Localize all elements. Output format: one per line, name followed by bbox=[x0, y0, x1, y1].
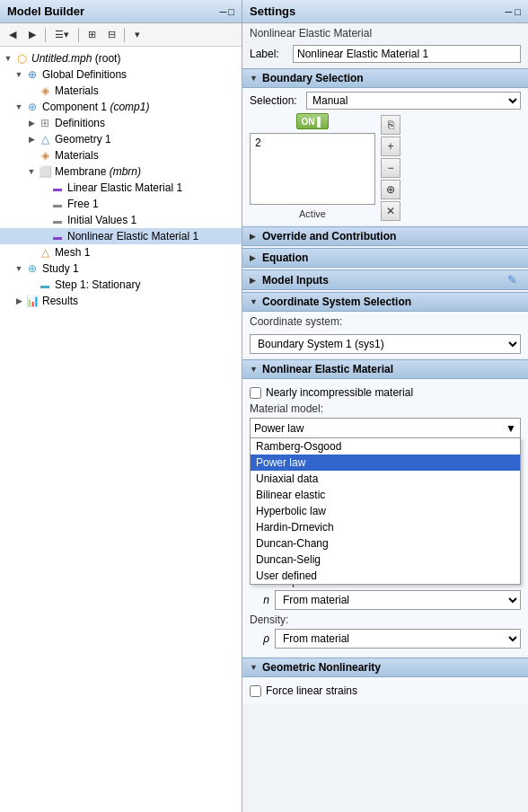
boundary-selection-title: Boundary Selection bbox=[262, 72, 364, 84]
override-arrow bbox=[250, 232, 259, 241]
tree-arrow-study1: ▼ bbox=[13, 262, 25, 275]
equation-header[interactable]: Equation bbox=[242, 248, 528, 268]
step1-icon: ▬ bbox=[38, 278, 52, 292]
dropdown-uniaxial[interactable]: Uniaxial data bbox=[251, 471, 520, 487]
options-button[interactable]: ▾ bbox=[128, 26, 146, 44]
override-contribution-header[interactable]: Override and Contribution bbox=[242, 226, 528, 246]
active-toggle[interactable]: ON ▌ bbox=[296, 113, 329, 129]
tree-item-linear-elastic[interactable]: ▬ Linear Elastic Material 1 bbox=[0, 180, 242, 196]
material-model-container: Power law ▼ Ramberg-Osgood Power law Uni… bbox=[250, 418, 521, 437]
paste-btn[interactable]: ⎘ bbox=[381, 115, 400, 135]
nearly-incompressible-checkbox[interactable] bbox=[250, 387, 261, 399]
minimize-icon[interactable]: ─ bbox=[220, 6, 227, 17]
geometric-title: Geometric Nonlinearity bbox=[262, 661, 381, 674]
tree-item-nonlinear-elastic[interactable]: ▬ Nonlinear Elastic Material 1 bbox=[0, 228, 242, 244]
forward-button[interactable]: ▶ bbox=[23, 26, 41, 44]
tree-arrow-component1: ▼ bbox=[13, 101, 25, 113]
force-linear-checkbox[interactable] bbox=[250, 685, 261, 697]
split-view-button[interactable]: ⊞ bbox=[83, 26, 101, 44]
dropdown-ramberg[interactable]: Ramberg-Osgood bbox=[251, 438, 520, 455]
geometric-nonlinearity-header[interactable]: Geometric Nonlinearity bbox=[242, 658, 528, 677]
strain-exp-select[interactable]: From material bbox=[275, 590, 521, 610]
dropdown-duncan-chang[interactable]: Duncan-Chang bbox=[251, 535, 520, 552]
remove-btn[interactable]: − bbox=[381, 158, 400, 178]
settings-header-icons: ─ □ bbox=[506, 6, 521, 17]
tree-arrow-materials-g bbox=[25, 84, 38, 97]
material-model-value: Power law bbox=[254, 422, 304, 435]
toolbar-sep-1 bbox=[45, 28, 46, 42]
tree-arrow-nonlinear bbox=[38, 230, 50, 243]
tree-item-global-defs[interactable]: ▼ ⊕ Global Definitions bbox=[0, 66, 242, 83]
tree-label-linear-elastic: Linear Elastic Material 1 bbox=[67, 181, 182, 194]
material-model-chevron: ▼ bbox=[506, 422, 516, 435]
model-inputs-edit-icon[interactable]: ✎ bbox=[507, 273, 517, 287]
geometric-nonlinearity-content: Force linear strains bbox=[242, 677, 528, 704]
selection-label: Selection: bbox=[250, 94, 299, 107]
dropdown-hyperbolic[interactable]: Hyperbolic law bbox=[251, 503, 520, 519]
dropdown-user-defined[interactable]: User defined bbox=[251, 568, 520, 584]
expand-icon[interactable]: □ bbox=[228, 6, 234, 17]
tree-label-results: Results bbox=[42, 295, 78, 307]
tree-label-geometry1: Geometry 1 bbox=[55, 133, 111, 146]
model-tree: ▼ ⬡ Untitled.mph (root) ▼ ⊕ Global Defin… bbox=[0, 47, 242, 812]
tree-item-geometry1[interactable]: ▶ △ Geometry 1 bbox=[0, 131, 242, 147]
initial-values-icon: ▬ bbox=[50, 213, 65, 227]
add-btn[interactable]: + bbox=[381, 137, 400, 156]
selection-list[interactable]: 2 bbox=[250, 133, 375, 205]
boundary-selection-arrow bbox=[250, 74, 259, 83]
results-icon: 📊 bbox=[25, 294, 40, 308]
tree-item-definitions[interactable]: ▶ ⊞ Definitions bbox=[0, 115, 242, 131]
tree-arrow-step1 bbox=[25, 278, 38, 291]
coord-arrow bbox=[250, 297, 259, 306]
menu-button[interactable]: ☰▾ bbox=[49, 26, 75, 44]
tree-item-mesh1[interactable]: △ Mesh 1 bbox=[0, 244, 242, 260]
collapse-tree-button[interactable]: ⊟ bbox=[102, 26, 120, 44]
material-model-dropdown-list: Ramberg-Osgood Power law Uniaxial data B… bbox=[250, 437, 521, 585]
dropdown-duncan-selig[interactable]: Duncan-Selig bbox=[251, 552, 520, 568]
equation-title: Equation bbox=[262, 252, 308, 264]
nonlinear-elastic-arrow bbox=[250, 365, 259, 374]
copy-btn[interactable]: ⊕ bbox=[381, 180, 400, 199]
density-row: ρ From material bbox=[250, 629, 521, 649]
model-inputs-arrow bbox=[250, 276, 259, 285]
nonlinear-elastic-header[interactable]: Nonlinear Elastic Material bbox=[242, 359, 528, 379]
selection-dropdown[interactable]: Manual bbox=[306, 92, 521, 110]
selection-area-row: ON ▌ 2 Active ⎘ + − ⊕ ✕ bbox=[250, 113, 521, 221]
settings-minimize-icon[interactable]: ─ bbox=[506, 6, 513, 17]
definitions-icon: ⊞ bbox=[38, 116, 52, 130]
coord-dropdown[interactable]: Boundary System 1 (sys1) bbox=[250, 334, 521, 354]
model-builder-title: Model Builder bbox=[7, 4, 84, 18]
tree-item-materials[interactable]: ◈ Materials bbox=[0, 147, 242, 163]
settings-expand-icon[interactable]: □ bbox=[515, 6, 521, 17]
coord-title: Coordinate System Selection bbox=[262, 296, 411, 308]
clear-btn[interactable]: ✕ bbox=[381, 201, 400, 221]
tree-item-free1[interactable]: ▬ Free 1 bbox=[0, 196, 242, 212]
equation-arrow bbox=[250, 253, 259, 262]
material-model-trigger[interactable]: Power law ▼ bbox=[250, 418, 521, 437]
tree-item-root[interactable]: ▼ ⬡ Untitled.mph (root) bbox=[0, 50, 242, 66]
tree-arrow-definitions: ▶ bbox=[25, 117, 38, 129]
settings-panel: Settings ─ □ Nonlinear Elastic Material … bbox=[242, 0, 528, 812]
dropdown-bilinear[interactable]: Bilinear elastic bbox=[251, 487, 520, 503]
tree-item-component1[interactable]: ▼ ⊕ Component 1 (comp1) bbox=[0, 99, 242, 115]
coord-system-header[interactable]: Coordinate System Selection bbox=[242, 292, 528, 312]
label-input[interactable] bbox=[293, 45, 521, 63]
tree-item-step1[interactable]: ▬ Step 1: Stationary bbox=[0, 277, 242, 293]
nonlinear-elastic-icon: ▬ bbox=[50, 229, 65, 243]
tree-label-component1: Component 1 (comp1) bbox=[42, 101, 149, 113]
materials-global-icon: ◈ bbox=[38, 84, 52, 98]
boundary-selection-header[interactable]: Boundary Selection bbox=[242, 68, 528, 88]
dropdown-hardin[interactable]: Hardin-Drnevich bbox=[251, 519, 520, 535]
model-inputs-header[interactable]: Model Inputs ✎ bbox=[242, 269, 528, 290]
tree-item-results[interactable]: ▶ 📊 Results bbox=[0, 293, 242, 309]
density-select[interactable]: From material bbox=[275, 629, 521, 649]
tree-item-materials-global[interactable]: ◈ Materials bbox=[0, 83, 242, 99]
tree-item-study1[interactable]: ▼ ⊕ Study 1 bbox=[0, 260, 242, 277]
tree-item-membrane[interactable]: ▼ ⬜ Membrane (mbrn) bbox=[0, 163, 242, 180]
tree-arrow-initial bbox=[38, 214, 50, 226]
coord-system-content: Coordinate system: Boundary System 1 (sy… bbox=[242, 312, 528, 357]
tree-item-initial-values[interactable]: ▬ Initial Values 1 bbox=[0, 212, 242, 228]
back-button[interactable]: ◀ bbox=[4, 26, 22, 44]
dropdown-power-law[interactable]: Power law bbox=[251, 455, 520, 471]
tree-arrow-results: ▶ bbox=[13, 295, 25, 307]
